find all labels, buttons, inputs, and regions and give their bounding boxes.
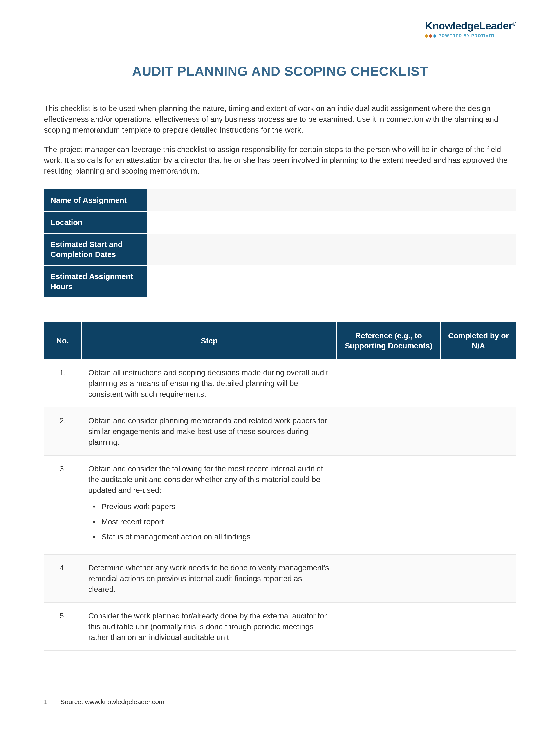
- row-completed[interactable]: [441, 407, 516, 455]
- row-reference[interactable]: [337, 602, 441, 651]
- info-value[interactable]: [147, 233, 516, 266]
- intro-paragraph-2: The project manager can leverage this ch…: [44, 144, 516, 176]
- row-step: Obtain all instructions and scoping deci…: [82, 360, 337, 407]
- row-bullets: Previous work papers Most recent report …: [88, 501, 330, 542]
- intro-section: This checklist is to be used when planni…: [44, 103, 516, 176]
- row-reference[interactable]: [337, 360, 441, 407]
- info-value[interactable]: [147, 211, 516, 233]
- logo-dots: [425, 34, 436, 38]
- header-completed: Completed by or N/A: [441, 322, 516, 360]
- header-no: No.: [44, 322, 82, 360]
- row-completed[interactable]: [441, 360, 516, 407]
- row-reference[interactable]: [337, 407, 441, 455]
- info-row: Estimated Assignment Hours: [44, 266, 516, 298]
- checklist-table: No. Step Reference (e.g., to Supporting …: [44, 322, 516, 651]
- bullet-item: Previous work papers: [93, 501, 330, 512]
- info-row: Location: [44, 211, 516, 233]
- row-step: Obtain and consider planning memoranda a…: [82, 407, 337, 455]
- footer-text: 1 Source: www.knowledgeleader.com: [44, 698, 516, 706]
- row-reference[interactable]: [337, 554, 441, 602]
- row-no: 4.: [44, 554, 82, 602]
- page-title: AUDIT PLANNING AND SCOPING CHECKLIST: [44, 64, 516, 79]
- dot-icon: [429, 34, 432, 38]
- header-step: Step: [82, 322, 337, 360]
- checklist-header-row: No. Step Reference (e.g., to Supporting …: [44, 322, 516, 360]
- dot-icon: [425, 34, 428, 38]
- row-step: Obtain and consider the following for th…: [82, 455, 337, 554]
- row-completed[interactable]: [441, 602, 516, 651]
- row-reference[interactable]: [337, 455, 441, 554]
- info-table: Name of Assignment Location Estimated St…: [44, 190, 516, 298]
- logo-powered: POWERED BY PROTIVITI: [439, 34, 495, 38]
- row-completed[interactable]: [441, 455, 516, 554]
- checklist-row: 1. Obtain all instructions and scoping d…: [44, 360, 516, 407]
- info-label: Location: [44, 211, 147, 233]
- logo-reg: ®: [512, 21, 516, 27]
- info-row: Name of Assignment: [44, 190, 516, 211]
- logo-text: KnowledgeLeader®: [425, 20, 516, 32]
- logo-main: KnowledgeLeader: [425, 20, 512, 32]
- row-no: 2.: [44, 407, 82, 455]
- row-step-text: Obtain and consider the following for th…: [88, 464, 323, 494]
- checklist-row: 3. Obtain and consider the following for…: [44, 455, 516, 554]
- row-completed[interactable]: [441, 554, 516, 602]
- row-step: Consider the work planned for/already do…: [82, 602, 337, 651]
- checklist-row: 2. Obtain and consider planning memorand…: [44, 407, 516, 455]
- page-footer: 1 Source: www.knowledgeleader.com: [44, 689, 516, 706]
- checklist-row: 5. Consider the work planned for/already…: [44, 602, 516, 651]
- header-logo: KnowledgeLeader® POWERED BY PROTIVITI: [425, 20, 516, 38]
- logo-subline: POWERED BY PROTIVITI: [425, 34, 516, 38]
- row-step: Determine whether any work needs to be d…: [82, 554, 337, 602]
- row-no: 1.: [44, 360, 82, 407]
- info-value[interactable]: [147, 190, 516, 211]
- footer-source: Source: www.knowledgeleader.com: [60, 698, 164, 705]
- checklist-row: 4. Determine whether any work needs to b…: [44, 554, 516, 602]
- header-reference: Reference (e.g., to Supporting Documents…: [337, 322, 441, 360]
- info-label: Estimated Assignment Hours: [44, 266, 147, 298]
- bullet-item: Most recent report: [93, 516, 330, 527]
- bullet-item: Status of management action on all findi…: [93, 531, 330, 542]
- document-page: KnowledgeLeader® POWERED BY PROTIVITI AU…: [0, 0, 560, 732]
- row-no: 3.: [44, 455, 82, 554]
- info-value[interactable]: [147, 266, 516, 298]
- info-row: Estimated Start and Completion Dates: [44, 233, 516, 266]
- footer-divider: [44, 689, 516, 689]
- page-number: 1: [44, 698, 48, 705]
- info-label: Name of Assignment: [44, 190, 147, 211]
- info-label: Estimated Start and Completion Dates: [44, 233, 147, 266]
- row-no: 5.: [44, 602, 82, 651]
- intro-paragraph-1: This checklist is to be used when planni…: [44, 103, 516, 135]
- dot-icon: [433, 34, 436, 38]
